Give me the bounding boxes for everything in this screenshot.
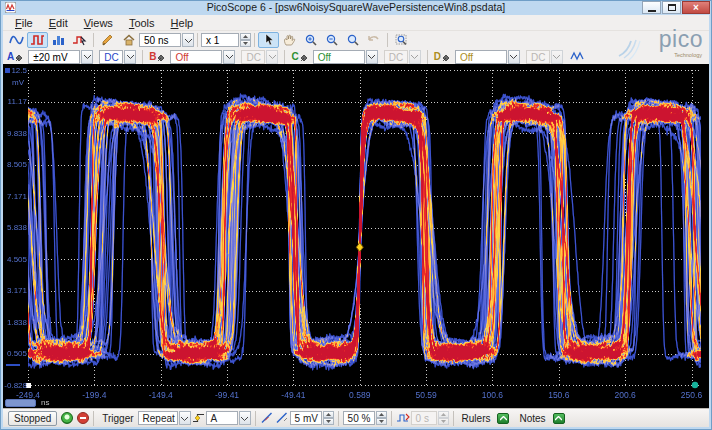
advanced-trigger-button[interactable] <box>191 411 206 426</box>
maximize-button[interactable] <box>662 1 681 14</box>
trigger-delay-value[interactable]: 0 s <box>411 411 437 425</box>
channel-a-range-dropdown[interactable]: ±20 mV <box>28 50 93 64</box>
chevron-down-icon[interactable] <box>508 50 520 64</box>
channel-a-coupling-dropdown[interactable]: DC <box>99 50 136 64</box>
notes-label: Notes <box>519 413 545 424</box>
channel-c-coupling-value[interactable]: DC <box>384 50 408 64</box>
horizontal-scroll-thumb[interactable] <box>5 399 36 407</box>
menu-edit[interactable]: Edit <box>41 15 76 31</box>
channel-d-range-dropdown[interactable]: Off <box>455 50 520 64</box>
channel-a-range-value[interactable]: ±20 mV <box>28 50 80 64</box>
scope-display[interactable]: 12.511.179.8388.5057.1715.8384.5053.1711… <box>3 64 709 408</box>
scope-graph-canvas[interactable] <box>3 64 709 408</box>
menu-bar: File Edit Views Tools Help <box>3 15 709 31</box>
chevron-down-icon[interactable] <box>179 411 191 425</box>
minimize-button[interactable] <box>642 1 661 14</box>
trigger-source-dropdown[interactable]: A <box>206 411 251 425</box>
trigger-level-spinner[interactable]: 5 mV <box>290 411 334 425</box>
rulers-label: Rulers <box>462 413 491 424</box>
persistence-view-button[interactable] <box>27 32 48 48</box>
channel-b-range-dropdown[interactable]: Off <box>170 50 235 64</box>
math-channel-button[interactable] <box>567 49 588 65</box>
zoom-in-button[interactable] <box>300 32 321 48</box>
zoom-overview-icon <box>395 34 408 46</box>
chevron-down-icon[interactable] <box>223 50 235 64</box>
rising-edge-button[interactable] <box>260 411 275 426</box>
chevron-down-icon[interactable] <box>124 50 136 64</box>
trigger-source-value[interactable]: A <box>206 411 238 425</box>
statusbar-separator <box>453 411 454 426</box>
notes-toggle-button[interactable] <box>553 413 565 424</box>
trigger-delay-spinner[interactable]: 0 s <box>411 411 449 425</box>
zoom-out-button[interactable] <box>321 32 342 48</box>
channel-b-range-value[interactable]: Off <box>170 50 222 64</box>
cursor-tool-button[interactable] <box>258 32 279 48</box>
chevron-down-icon[interactable] <box>551 50 563 64</box>
zoom-in-icon <box>305 34 317 46</box>
trigger-level-value[interactable]: 5 mV <box>290 411 322 425</box>
hand-pan-button[interactable] <box>279 32 300 48</box>
post-trigger-button[interactable] <box>396 411 411 426</box>
toolbar-separator <box>254 33 255 47</box>
chevron-down-icon[interactable] <box>409 50 421 64</box>
spin-up-icon[interactable] <box>438 411 449 418</box>
status-bar: Stopped Trigger Repeat A 5 mV 50 % 0 s R… <box>3 408 709 427</box>
trigger-mode-value[interactable]: Repeat <box>138 411 178 425</box>
zoom-factor-spinner[interactable]: x 1 <box>201 33 251 47</box>
scope-view-button[interactable] <box>6 32 27 48</box>
falling-edge-button[interactable] <box>275 411 290 426</box>
chevron-down-icon[interactable] <box>239 411 251 425</box>
marquee-zoom-button[interactable] <box>342 32 363 48</box>
titlebar[interactable]: PicoScope 6 - [psw6NoisySquareWavePersis… <box>0 0 712 15</box>
channel-b-coupling-dropdown[interactable]: DC <box>241 50 278 64</box>
channel-a-coupling-value[interactable]: DC <box>99 50 123 64</box>
spin-down-icon[interactable] <box>240 40 251 47</box>
spin-up-icon[interactable] <box>376 411 387 418</box>
menu-tools[interactable]: Tools <box>121 15 163 31</box>
toolbar-separator <box>197 33 198 47</box>
channel-c-range-dropdown[interactable]: Off <box>313 50 378 64</box>
menu-views[interactable]: Views <box>76 15 121 31</box>
chevron-down-icon[interactable] <box>182 33 194 47</box>
start-capture-icon[interactable] <box>61 412 73 424</box>
channel-d-coupling-dropdown[interactable]: DC <box>526 50 563 64</box>
spin-down-icon[interactable] <box>323 418 334 425</box>
chevron-down-icon[interactable] <box>81 50 93 64</box>
pre-trigger-value[interactable]: 50 % <box>343 411 375 425</box>
pico-brand-text: pico <box>659 26 703 53</box>
pre-trigger-spinner[interactable]: 50 % <box>343 411 387 425</box>
spin-down-icon[interactable] <box>438 418 449 425</box>
triggered-view-button[interactable] <box>69 32 90 48</box>
spectrum-view-icon <box>51 34 66 46</box>
menu-file[interactable]: File <box>7 15 41 31</box>
timebase-value[interactable]: 50 ns <box>139 33 181 47</box>
chevron-down-icon[interactable] <box>266 50 278 64</box>
undo-zoom-button[interactable] <box>363 32 384 48</box>
channel-d-coupling-value[interactable]: DC <box>526 50 550 64</box>
home-button[interactable] <box>118 32 139 48</box>
timebase-dropdown[interactable]: 50 ns <box>139 33 194 47</box>
zoom-factor-value[interactable]: x 1 <box>201 33 239 47</box>
falling-edge-icon <box>276 412 288 424</box>
spin-up-icon[interactable] <box>240 33 251 40</box>
menu-help[interactable]: Help <box>163 15 202 31</box>
stop-capture-icon[interactable] <box>77 412 89 424</box>
y-axis-tick-label: 4.505 <box>3 255 27 264</box>
channel-b-coupling-value[interactable]: DC <box>241 50 265 64</box>
trigger-edge-icon <box>192 412 205 424</box>
rulers-toggle-button[interactable] <box>497 413 509 424</box>
channel-a-label: A <box>7 51 26 62</box>
spin-up-icon[interactable] <box>323 411 334 418</box>
trigger-mode-dropdown[interactable]: Repeat <box>138 411 191 425</box>
close-button[interactable]: × <box>682 1 710 14</box>
chevron-down-icon[interactable] <box>366 50 378 64</box>
probe-setup-button[interactable] <box>97 32 118 48</box>
channel-c-range-value[interactable]: Off <box>313 50 365 64</box>
channel-d-range-value[interactable]: Off <box>455 50 507 64</box>
channel-c-coupling-dropdown[interactable]: DC <box>384 50 421 64</box>
y-axis-unit: mV <box>3 78 24 87</box>
stopped-button[interactable]: Stopped <box>8 411 57 426</box>
spectrum-view-button[interactable] <box>48 32 69 48</box>
spin-down-icon[interactable] <box>376 418 387 425</box>
zoom-overview-button[interactable] <box>391 32 412 48</box>
